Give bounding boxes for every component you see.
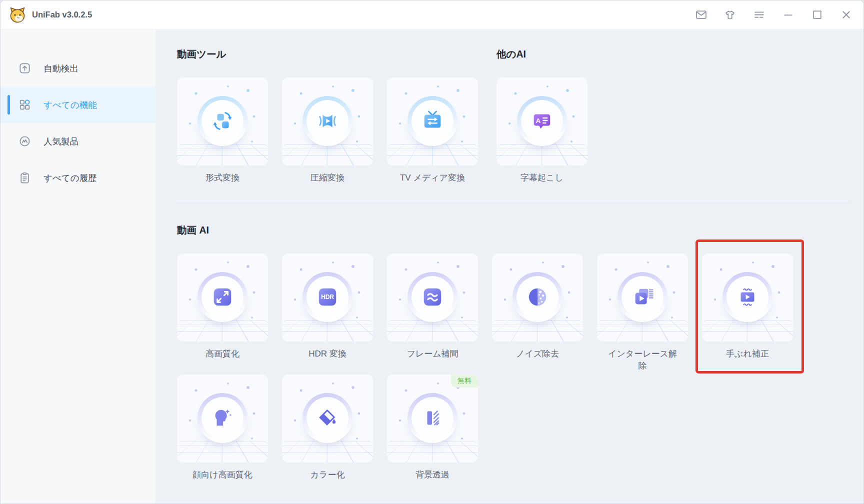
feature-card-compress-convert[interactable]: 圧縮変換: [282, 78, 373, 184]
card-surface: [177, 254, 268, 342]
feature-card-format-convert[interactable]: 形式変換: [177, 78, 268, 184]
decor-floor-grid: [282, 441, 373, 463]
unifab-cat-logo: [8, 6, 26, 24]
sidebar-item-all-history[interactable]: すべての履歴: [0, 160, 156, 196]
background-remove-icon: [421, 406, 444, 430]
sidebar-item-label: すべての履歴: [44, 172, 97, 184]
feature-card-hdr-convert[interactable]: HDR HDR 変換: [282, 254, 373, 360]
main-content: 動画ツール: [156, 30, 864, 504]
section-divider: [177, 203, 850, 204]
other-ai-cards: A 字幕起こし: [496, 78, 588, 184]
history-icon: [18, 172, 31, 184]
feature-card-label: 形式変換: [206, 172, 240, 184]
icon-ring: [408, 272, 458, 322]
icon-ring: [198, 96, 248, 146]
hdr-convert-icon: HDR: [316, 286, 339, 308]
section-video-tools: 動画ツール: [177, 48, 478, 184]
icon-ring: [302, 96, 352, 146]
feature-card-label: HDR 変換: [308, 348, 346, 360]
video-ai-cards: 高画質化 HDR HDR 変換: [177, 254, 800, 481]
svg-text:HDR: HDR: [321, 294, 334, 300]
section-title-video-ai: 動画 AI: [177, 224, 850, 237]
icon-ring: [512, 272, 562, 322]
popular-products-icon: [18, 135, 31, 148]
card-surface: 無料: [387, 374, 478, 462]
frame-interpolation-icon: [421, 286, 444, 308]
mail-icon[interactable]: [694, 8, 708, 22]
decor-floor-grid: [496, 144, 588, 166]
titlebar-icons: [694, 8, 852, 22]
free-badge: 無料: [451, 374, 478, 388]
feature-card-upscale[interactable]: 高画質化: [177, 254, 268, 360]
icon-ring: [408, 96, 458, 146]
decor-floor-grid: [177, 144, 268, 166]
sidebar-item-label: 人気製品: [44, 136, 78, 148]
unifab-window: UniFab v3.0.2.5: [0, 0, 864, 504]
upscale-icon: [211, 286, 234, 308]
feature-card-tv-media-convert[interactable]: TV メディア変換: [387, 78, 478, 184]
feature-card-label: ノイズ除去: [516, 348, 559, 360]
feature-card-background-remove[interactable]: 無料 背景透過: [387, 374, 478, 481]
sidebar-item-auto-detect[interactable]: 自動検出: [0, 50, 156, 86]
app-title: UniFab v3.0.2.5: [32, 10, 92, 20]
decor-floor-grid: [177, 320, 268, 342]
card-surface: [177, 78, 268, 166]
section-title-other-ai: 他のAI: [496, 48, 588, 61]
card-surface: A: [496, 78, 588, 166]
decor-floor-grid: [282, 320, 373, 342]
stabilization-icon: [736, 286, 759, 308]
all-features-icon: [18, 98, 31, 111]
icon-ring: [618, 272, 668, 322]
feature-card-label: 背景透過: [416, 469, 450, 481]
feature-card-stabilization[interactable]: 手ぶれ補正: [702, 254, 793, 360]
close-button[interactable]: [840, 8, 852, 22]
feature-card-colorize[interactable]: カラー化: [282, 374, 373, 481]
section-title-video-tools: 動画ツール: [177, 48, 478, 61]
card-surface: [597, 254, 688, 342]
compress-convert-icon: [316, 110, 339, 132]
top-sections-row: 動画ツール: [177, 48, 850, 184]
card-surface: [282, 78, 373, 166]
feature-card-label: フレーム補間: [406, 348, 458, 360]
feature-card-label: 高画質化: [206, 348, 240, 360]
section-other-ai: 他のAI A: [496, 48, 588, 184]
sidebar-item-all-features[interactable]: すべての機能: [0, 86, 156, 123]
decor-floor-grid: [177, 441, 268, 463]
decor-floor-grid: [387, 320, 478, 342]
menu-icon[interactable]: [752, 8, 766, 22]
deinterlace-icon: [631, 286, 654, 308]
sidebar: 自動検出 すべての機能 人気製品 すべての履歴: [0, 30, 156, 504]
sidebar-item-popular-products[interactable]: 人気製品: [0, 123, 156, 160]
subtitle-transcription-icon: A: [530, 110, 554, 132]
feature-card-denoise[interactable]: ノイズ除去: [492, 254, 583, 360]
card-surface: [492, 254, 583, 342]
decor-floor-grid: [492, 320, 583, 342]
card-surface: [702, 254, 793, 342]
card-surface: [387, 78, 478, 166]
feature-card-label: 手ぶれ補正: [726, 348, 769, 360]
icon-ring: [198, 272, 248, 322]
video-tools-cards: 形式変換: [177, 78, 478, 184]
minimize-button[interactable]: [782, 8, 794, 22]
feature-card-label: カラー化: [310, 469, 345, 481]
feature-card-deinterlace[interactable]: インターレース解除: [597, 254, 688, 372]
card-surface: [177, 374, 268, 462]
sidebar-item-label: すべての機能: [44, 99, 97, 111]
tshirt-icon[interactable]: [724, 8, 736, 22]
sidebar-item-label: 自動検出: [44, 62, 78, 74]
feature-card-label: 顔向け高画質化: [192, 469, 252, 481]
feature-card-label: TV メディア変換: [400, 172, 465, 184]
feature-card-subtitle-transcription[interactable]: A 字幕起こし: [496, 78, 588, 184]
feature-card-frame-interpolation[interactable]: フレーム補間: [387, 254, 478, 360]
denoise-icon: [526, 286, 549, 308]
face-enhance-icon: [211, 406, 234, 430]
icon-ring: [408, 393, 458, 443]
maximize-button[interactable]: [810, 8, 824, 22]
feature-card-label: 字幕起こし: [520, 172, 564, 184]
icon-ring: [302, 393, 352, 443]
colorize-icon: [316, 406, 339, 430]
feature-card-face-enhance[interactable]: 顔向け高画質化: [177, 374, 268, 481]
card-surface: HDR: [282, 254, 373, 342]
decor-floor-grid: [387, 144, 478, 166]
icon-ring: HDR: [302, 272, 352, 322]
